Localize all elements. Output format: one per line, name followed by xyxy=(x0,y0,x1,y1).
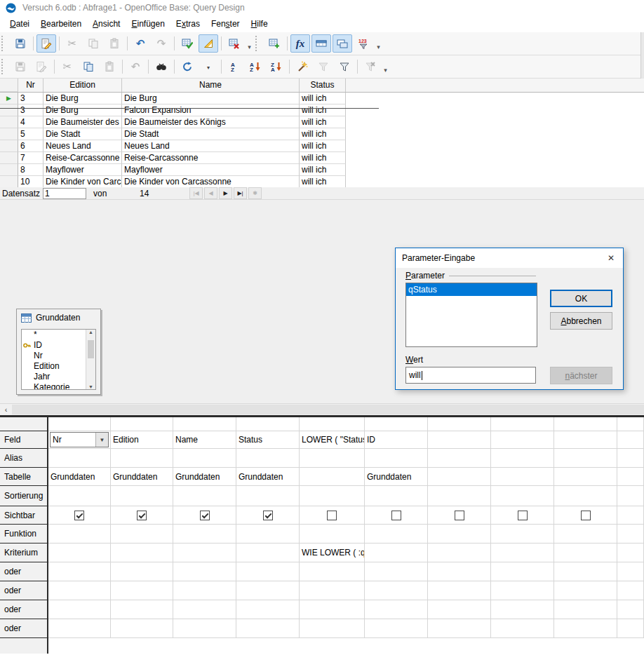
grid-cell[interactable] xyxy=(111,486,173,506)
grid-cell[interactable] xyxy=(48,600,111,619)
run-query-button[interactable] xyxy=(177,34,197,53)
grid-cell[interactable] xyxy=(173,562,236,581)
cell-status[interactable]: will ich xyxy=(300,104,346,116)
grid-cell[interactable] xyxy=(491,468,554,486)
cell-name[interactable]: Mayflower xyxy=(122,164,300,176)
wert-input[interactable]: will xyxy=(405,367,536,384)
grid-cell[interactable] xyxy=(48,525,111,543)
toolbar-overflow-icon[interactable]: ▾ xyxy=(381,58,390,75)
visible-checkbox-checked[interactable] xyxy=(137,511,147,520)
cell-nr[interactable]: 5 xyxy=(18,128,43,140)
grid-cell[interactable] xyxy=(428,543,491,562)
visible-checkbox-checked[interactable] xyxy=(74,511,84,520)
horizontal-scrollbar[interactable]: ‹ xyxy=(0,403,644,415)
cell-status[interactable]: will ich xyxy=(300,152,346,164)
column-header-nr[interactable]: Nr xyxy=(18,79,43,92)
grid-cell[interactable] xyxy=(491,619,554,638)
field-item-edition[interactable]: Edition xyxy=(22,361,95,372)
table-row[interactable]: 8MayflowerMayflowerwill ich xyxy=(0,164,644,176)
grid-cell[interactable] xyxy=(617,431,644,449)
table-row[interactable]: ▶3Die BurgDie Burgwill ich xyxy=(0,93,644,104)
grid-cell[interactable] xyxy=(236,417,300,431)
row-selector[interactable] xyxy=(0,104,18,116)
grid-cell[interactable] xyxy=(554,600,617,619)
grid-cell[interactable] xyxy=(617,562,644,581)
grid-cell[interactable] xyxy=(48,506,111,525)
grid-cell[interactable] xyxy=(111,506,173,525)
table-row[interactable]: 7Reise-CarcassonneReise-Carcassonnewill … xyxy=(0,152,644,164)
grid-cell[interactable] xyxy=(617,486,644,506)
grid-cell[interactable] xyxy=(554,562,617,581)
grid-cell[interactable] xyxy=(236,506,300,525)
grid-cell[interactable] xyxy=(365,619,428,638)
toolbar-grip[interactable] xyxy=(1,36,8,51)
save-button[interactable] xyxy=(11,34,30,53)
grid-cell[interactable] xyxy=(236,600,300,619)
grid-cell[interactable] xyxy=(491,581,554,600)
sort-button[interactable]: AZ xyxy=(224,58,244,76)
column-header-name[interactable]: Name xyxy=(122,79,300,92)
edit-mode-button[interactable] xyxy=(32,58,51,76)
grid-cell[interactable] xyxy=(300,449,365,468)
design-view-button[interactable] xyxy=(199,34,218,53)
cell-status[interactable]: will ich xyxy=(300,93,346,104)
grid-cell[interactable] xyxy=(173,543,236,562)
menu-item-fenster[interactable]: Fenster xyxy=(206,17,246,31)
grid-cell[interactable] xyxy=(365,543,428,562)
visible-checkbox-unchecked[interactable] xyxy=(391,511,401,520)
grid-cell[interactable] xyxy=(236,486,300,506)
grid-cell[interactable] xyxy=(173,619,236,638)
grid-cell[interactable]: LOWER ( "Status xyxy=(300,431,365,449)
menu-item-bearbeiten[interactable]: Bearbeiten xyxy=(35,17,87,31)
next-record-button[interactable]: ▶ xyxy=(219,187,232,199)
cell-status[interactable]: will ich xyxy=(300,164,346,176)
parameter-list-item[interactable]: qStatus xyxy=(406,283,537,296)
previous-record-button[interactable]: ◀ xyxy=(204,187,217,199)
cell-status[interactable]: will ich xyxy=(300,116,346,128)
chevron-down-icon[interactable]: ▼ xyxy=(95,433,108,447)
grid-cell[interactable] xyxy=(365,417,428,431)
field-list-scrollbar[interactable]: ▲ ▼ xyxy=(86,330,95,389)
grid-cell[interactable] xyxy=(554,431,617,449)
grid-cell[interactable] xyxy=(554,449,617,468)
cell-nr[interactable]: 10 xyxy=(18,176,43,188)
close-icon[interactable]: ✕ xyxy=(599,248,623,268)
grid-cell[interactable] xyxy=(300,417,365,431)
grid-cell[interactable] xyxy=(48,449,111,468)
toolbar-grip[interactable] xyxy=(1,59,8,74)
grid-cell[interactable] xyxy=(554,506,617,525)
sort-descending-button[interactable]: ZA xyxy=(267,58,286,76)
alias-button[interactable] xyxy=(333,34,352,53)
cancel-button[interactable]: Abbrechen xyxy=(550,312,612,330)
row-selector[interactable] xyxy=(0,140,18,152)
sort-ascending-button[interactable]: AZ xyxy=(246,58,265,76)
grid-cell[interactable] xyxy=(491,562,554,581)
grid-cell[interactable] xyxy=(491,506,554,525)
grid-cell[interactable] xyxy=(173,581,236,600)
grid-cell[interactable] xyxy=(48,417,111,431)
grid-cell[interactable] xyxy=(173,449,236,468)
grid-cell[interactable] xyxy=(48,486,111,506)
row-selector[interactable] xyxy=(0,128,18,140)
grid-cell[interactable] xyxy=(617,449,644,468)
cell-name[interactable]: Reise-Carcassonne xyxy=(122,152,300,164)
grid-cell[interactable] xyxy=(491,543,554,562)
standard-filter-button[interactable] xyxy=(335,58,354,76)
grid-cell[interactable]: Status xyxy=(236,431,300,449)
row-selector[interactable] xyxy=(0,152,18,164)
scroll-up-icon[interactable]: ▲ xyxy=(88,330,93,335)
grid-cell[interactable] xyxy=(365,506,428,525)
grid-cell[interactable] xyxy=(428,417,491,431)
field-item-star[interactable]: * xyxy=(22,330,95,340)
grid-cell[interactable] xyxy=(173,417,236,431)
cell-name[interactable]: Die Kinder von Carcassonne xyxy=(122,176,300,188)
edit-mode-button[interactable] xyxy=(36,34,56,53)
grid-cell[interactable] xyxy=(111,562,173,581)
scroll-thumb[interactable] xyxy=(88,340,94,358)
grid-cell[interactable]: Grunddaten xyxy=(48,468,111,486)
parameter-list[interactable]: qStatus xyxy=(405,283,537,347)
cell-nr[interactable]: 6 xyxy=(18,140,43,152)
grid-cell[interactable] xyxy=(173,525,236,543)
grid-cell[interactable] xyxy=(617,543,644,562)
cell-edition[interactable]: Die Kinder von Carcassonne xyxy=(43,176,122,188)
